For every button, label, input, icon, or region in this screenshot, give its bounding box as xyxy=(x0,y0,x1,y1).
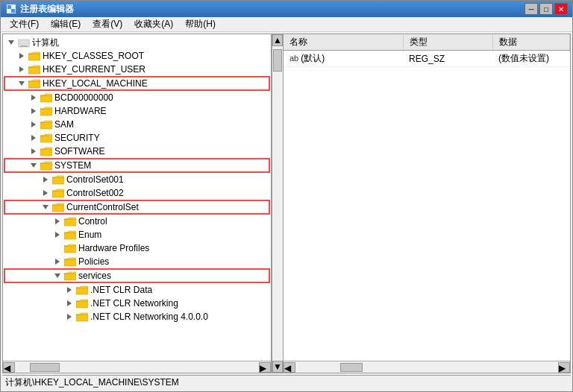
folder-icon-sam xyxy=(40,119,52,130)
expand-services[interactable] xyxy=(52,271,63,281)
expand-hwprofiles[interactable] xyxy=(52,243,63,253)
tree-row-hkcu[interactable]: HKEY_CURRENT_USER xyxy=(4,63,269,76)
close-button[interactable]: ✕ xyxy=(554,3,568,15)
expand-netclrnet400[interactable] xyxy=(64,312,75,322)
expand-hkcr[interactable] xyxy=(16,51,27,61)
computer-icon xyxy=(18,37,30,48)
folder-icon-cs001 xyxy=(52,174,64,185)
tree-node-hwprofiles: Hardware Profiles xyxy=(4,241,269,255)
tree-hscroll-thumb[interactable] xyxy=(30,363,60,372)
expand-ccs[interactable] xyxy=(40,202,51,212)
expand-system[interactable] xyxy=(28,160,39,171)
menu-view[interactable]: 查看(V) xyxy=(87,16,128,32)
tree-label-netclrdata: .NET CLR Data xyxy=(90,285,152,295)
tree-row-computer[interactable]: 计算机 xyxy=(4,36,269,49)
tree-label-sam: SAM xyxy=(54,119,74,130)
tree-label-hardware: HARDWARE xyxy=(54,106,107,116)
tree-label-netclrnet400: .NET CLR Networking 4.0.0.0 xyxy=(90,312,208,322)
tree-row-netclrnet400[interactable]: .NET CLR Networking 4.0.0.0 xyxy=(4,310,269,323)
folder-icon-services xyxy=(64,271,76,281)
tree-row-cs001[interactable]: ControlSet001 xyxy=(4,173,269,186)
tree-node-cs001: ControlSet001 xyxy=(4,173,269,186)
tree-vscrollbar[interactable]: ▲ ▼ xyxy=(272,34,284,373)
tree-row-security[interactable]: SECURITY xyxy=(4,131,269,145)
tree-row-hardware[interactable]: HARDWARE xyxy=(4,104,269,118)
expand-bcd[interactable] xyxy=(28,92,39,103)
vscroll-thumb[interactable] xyxy=(273,49,282,72)
tree-row-hklm[interactable]: HKEY_LOCAL_MACHINE xyxy=(4,77,269,90)
expand-netclrnet[interactable] xyxy=(64,298,75,309)
minimize-button[interactable]: ─ xyxy=(525,3,538,15)
folder-icon-policies xyxy=(64,256,76,267)
expand-enum[interactable] xyxy=(52,230,63,240)
vscroll-up-btn[interactable]: ▲ xyxy=(272,34,283,46)
tree-label-services: services xyxy=(78,271,111,281)
tree-row-system[interactable]: SYSTEM xyxy=(4,159,269,172)
expand-hardware[interactable] xyxy=(28,106,39,116)
scroll-right-btn[interactable]: ▶ xyxy=(259,362,271,373)
folder-icon-enum xyxy=(64,230,76,240)
tree-row-netclrdata[interactable]: .NET CLR Data xyxy=(4,283,269,297)
col-name: 名称 xyxy=(284,34,403,51)
expand-security[interactable] xyxy=(28,133,39,143)
expand-cs001[interactable] xyxy=(40,174,51,185)
tree-row-enum[interactable]: Enum xyxy=(4,228,269,241)
status-text: 计算机\HKEY_LOCAL_MACHINE\SYSTEM xyxy=(5,376,179,389)
right-hscrollbar[interactable]: ◀ ▶ xyxy=(284,361,570,373)
menu-file[interactable]: 文件(F) xyxy=(4,16,45,32)
maximize-button[interactable]: □ xyxy=(539,3,553,15)
expand-computer[interactable] xyxy=(6,37,16,48)
registry-tree[interactable]: 计算机 HKE xyxy=(3,34,271,361)
expand-hkcu[interactable] xyxy=(16,64,27,75)
tree-label-cs002: ControlSet002 xyxy=(66,188,124,198)
col-type: 类型 xyxy=(403,34,492,51)
tree-label-ccs: CurrentControlSet xyxy=(66,202,139,212)
expand-hklm[interactable] xyxy=(16,78,27,89)
scroll-left-btn[interactable]: ◀ xyxy=(3,362,15,373)
right-scroll-right-btn[interactable]: ▶ xyxy=(558,362,570,373)
cell-name: ab (默认) xyxy=(284,51,403,67)
expand-cs002[interactable] xyxy=(40,188,51,198)
regedit-window: 注册表编辑器 ─ □ ✕ 文件(F) 编辑(E) 查看(V) 收藏夹(A) 帮助… xyxy=(0,0,573,392)
tree-row-hwprofiles[interactable]: Hardware Profiles xyxy=(4,241,269,255)
expand-policies[interactable] xyxy=(52,256,63,267)
vscroll-down-btn[interactable]: ▼ xyxy=(272,361,283,373)
expand-control[interactable] xyxy=(52,216,63,227)
tree-hscrollbar[interactable]: ◀ ▶ xyxy=(3,361,271,373)
folder-icon-bcd xyxy=(40,92,52,103)
expand-sam[interactable] xyxy=(28,119,39,130)
right-scroll-left-btn[interactable]: ◀ xyxy=(284,362,295,373)
tree-row-software[interactable]: SOFTWARE xyxy=(4,145,269,158)
title-bar: 注册表编辑器 ─ □ ✕ xyxy=(1,1,572,17)
folder-icon-netclrnet xyxy=(76,298,88,309)
tree-node-services: services xyxy=(4,269,269,282)
tree-row-services[interactable]: services xyxy=(4,269,269,282)
registry-values-table[interactable]: 名称 类型 数据 ab (默认) REG_SZ (数值未设置) xyxy=(284,34,570,361)
tree-node-software: SOFTWARE xyxy=(4,145,269,158)
cell-type: REG_SZ xyxy=(403,51,492,67)
menu-edit[interactable]: 编辑(E) xyxy=(45,16,87,32)
expand-netclrdata[interactable] xyxy=(64,285,75,295)
left-panel: 计算机 HKE xyxy=(3,34,272,373)
tree-row-cs002[interactable]: ControlSet002 xyxy=(4,186,269,200)
menu-favorites[interactable]: 收藏夹(A) xyxy=(128,16,179,32)
right-hscroll-thumb[interactable] xyxy=(340,363,363,372)
tree-row-netclrnet[interactable]: .NET CLR Networking xyxy=(4,297,269,310)
tree-row-bcd[interactable]: BCD00000000 xyxy=(4,91,269,104)
tree-row-policies[interactable]: Policies xyxy=(4,255,269,268)
tree-label-software: SOFTWARE xyxy=(54,146,105,157)
menu-help[interactable]: 帮助(H) xyxy=(179,16,222,32)
tree-row-ccs[interactable]: CurrentControlSet xyxy=(4,200,269,214)
folder-icon-software xyxy=(40,146,52,157)
tree-row-hkcr[interactable]: HKEY_CLASSES_ROOT xyxy=(4,49,269,63)
tree-row-sam[interactable]: SAM xyxy=(4,118,269,131)
table-row[interactable]: ab (默认) REG_SZ (数值未设置) xyxy=(284,51,570,67)
folder-icon-hklm xyxy=(28,78,40,89)
folder-icon-hkcr xyxy=(28,51,40,61)
tree-row-control[interactable]: Control xyxy=(4,215,269,228)
expand-software[interactable] xyxy=(28,146,39,157)
folder-icon-security xyxy=(40,133,52,143)
tree-node-netclrdata: .NET CLR Data xyxy=(4,283,269,297)
folder-icon-netclrdata xyxy=(76,285,88,295)
title-bar-left: 注册表编辑器 xyxy=(5,3,74,16)
